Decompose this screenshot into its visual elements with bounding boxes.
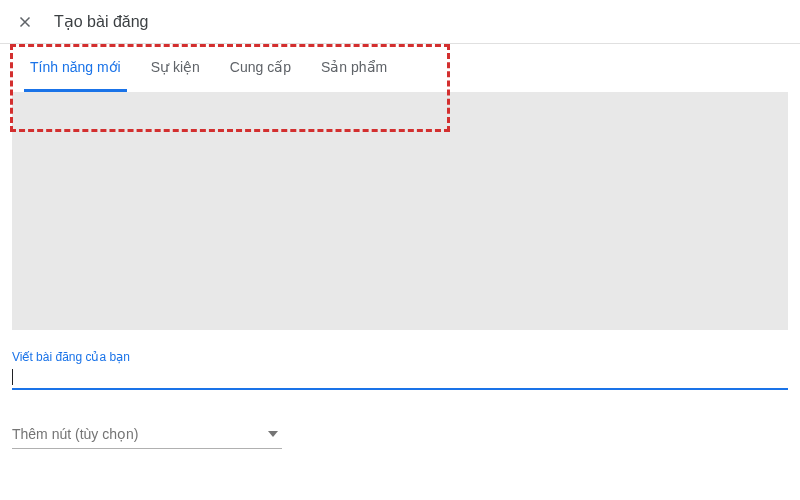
write-post-label: Viết bài đăng của bạn: [12, 350, 788, 364]
tabs-wrapper: Tính năng mới Sự kiện Cung cấp Sản phẩm: [0, 44, 800, 330]
close-icon[interactable]: [16, 13, 34, 31]
chevron-down-icon: [268, 431, 278, 437]
write-post-input[interactable]: [13, 368, 788, 386]
image-upload-area[interactable]: [12, 92, 788, 330]
dialog-header: Tạo bài đăng: [0, 0, 800, 44]
tab-bar: Tính năng mới Sự kiện Cung cấp Sản phẩm: [0, 44, 800, 92]
tab-event[interactable]: Sự kiện: [145, 45, 206, 92]
write-post-input-wrap[interactable]: [12, 368, 788, 390]
tab-offer[interactable]: Cung cấp: [224, 45, 297, 92]
add-button-label: Thêm nút (tùy chọn): [12, 426, 139, 442]
tab-whats-new[interactable]: Tính năng mới: [24, 45, 127, 92]
form-section: Viết bài đăng của bạn Thêm nút (tùy chọn…: [0, 350, 800, 449]
add-button-dropdown[interactable]: Thêm nút (tùy chọn): [12, 420, 282, 449]
tab-product[interactable]: Sản phẩm: [315, 45, 393, 92]
dialog-title: Tạo bài đăng: [54, 12, 149, 31]
